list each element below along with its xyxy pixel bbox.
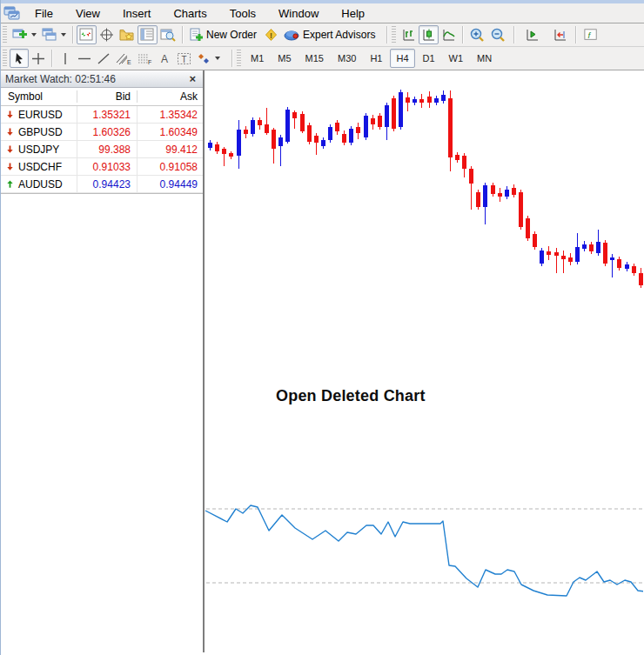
new-chart-button[interactable]: [10, 25, 39, 44]
fibonacci-icon: F: [137, 52, 152, 65]
bid-value: 99.388: [77, 141, 138, 157]
profiles-button[interactable]: [39, 25, 69, 44]
indicators-button[interactable]: f: [581, 25, 600, 44]
tick-chart-toggle[interactable]: [77, 25, 97, 44]
column-header-symbol[interactable]: Symbol: [1, 90, 77, 103]
candle-body: [285, 110, 290, 142]
zoom-out-icon: [490, 28, 506, 43]
timeframe-d1[interactable]: D1: [417, 49, 441, 68]
menu-item-window[interactable]: Window: [267, 4, 330, 23]
symbol-cell: USDJPY: [1, 141, 77, 157]
candle-body: [589, 244, 594, 251]
crosshair-tool[interactable]: [29, 49, 48, 68]
symbol-cell: EURUSD: [1, 106, 77, 123]
toolbar-grip[interactable]: [3, 50, 7, 67]
svg-text:!: !: [270, 31, 272, 40]
market-watch-toggle[interactable]: [138, 25, 158, 44]
data-window-button[interactable]: [158, 25, 178, 44]
bar-chart-button[interactable]: [399, 25, 419, 44]
candle-body: [625, 264, 629, 269]
market-watch-row-eurusd[interactable]: EURUSD1.353211.35342: [1, 106, 203, 124]
vertical-line-tool[interactable]: [56, 49, 75, 68]
zoom-in-button[interactable]: [466, 25, 487, 44]
trend-up-arrow-icon: [5, 179, 15, 189]
horizontal-line-tool[interactable]: [75, 49, 94, 68]
timeframe-mn[interactable]: MN: [471, 49, 498, 68]
candle-body: [632, 266, 636, 273]
candle-body: [547, 251, 551, 255]
candle-body: [540, 251, 544, 264]
symbol-cell: GBPUSD: [1, 124, 77, 140]
bid-value: 0.94423: [77, 176, 138, 192]
candle-body: [364, 116, 368, 137]
close-icon[interactable]: ×: [186, 72, 198, 85]
candle-body: [292, 112, 297, 118]
menu-item-tools[interactable]: Tools: [218, 4, 267, 23]
timeframe-m1[interactable]: M1: [245, 49, 270, 68]
line-chart-button[interactable]: [439, 25, 459, 44]
text-label-tool[interactable]: T: [174, 49, 194, 68]
candle-body: [208, 143, 212, 148]
candle-body: [237, 130, 241, 156]
fibonacci-tool[interactable]: F: [134, 49, 155, 68]
toolbar-grip[interactable]: [237, 50, 241, 67]
candle-body: [469, 169, 473, 184]
price-chart[interactable]: [205, 70, 643, 652]
column-header-bid[interactable]: Bid: [77, 90, 138, 103]
cursor-mode-button[interactable]: [97, 25, 117, 44]
toolbar-grip[interactable]: [392, 26, 396, 43]
favorites-button[interactable]: [117, 25, 138, 44]
arrow-symbols-icon: [197, 52, 211, 65]
toolbar-separator: [231, 50, 232, 67]
market-watch-row-audusd[interactable]: AUDUSD0.944230.94449: [1, 176, 203, 193]
candle-body: [356, 127, 360, 133]
candle-body: [441, 95, 446, 101]
toolbar-grip[interactable]: [3, 26, 7, 43]
chart-area[interactable]: Open Deleted Chart: [205, 70, 644, 652]
candle-body: [371, 118, 375, 124]
candle-body: [300, 114, 305, 131]
timeframe-h4[interactable]: H4: [390, 49, 414, 68]
toolbar-separator: [51, 50, 52, 67]
arrows-tool[interactable]: [194, 49, 223, 68]
ask-value: 0.91058: [138, 158, 203, 175]
column-header-ask[interactable]: Ask: [138, 90, 203, 103]
toolbar-separator: [575, 26, 576, 43]
new-order-icon: [189, 28, 204, 42]
candlestick-chart-button[interactable]: [419, 25, 439, 44]
market-watch-title: Market Watch: 02:51:46: [5, 73, 186, 85]
market-watch-row-usdjpy[interactable]: USDJPY99.38899.412: [1, 141, 203, 158]
cursor-tool[interactable]: [10, 49, 29, 68]
expert-advisors-button[interactable]: Expert Advisors: [281, 25, 379, 44]
market-watch-row-gbpusd[interactable]: GBPUSD1.603261.60349: [1, 124, 203, 141]
new-chart-icon: [12, 28, 28, 42]
bid-value: 0.91033: [77, 158, 138, 175]
menu-item-file[interactable]: File: [23, 4, 64, 23]
timeframe-m30[interactable]: M30: [332, 49, 362, 68]
candle-body: [349, 129, 353, 143]
menu-item-help[interactable]: Help: [330, 4, 376, 23]
zoom-out-button[interactable]: [487, 25, 508, 44]
ask-value: 1.60349: [138, 124, 203, 140]
market-watch-titlebar[interactable]: Market Watch: 02:51:46 ×: [1, 70, 203, 88]
chart-annotation-label: Open Deleted Chart: [276, 387, 426, 405]
candle-body: [342, 134, 346, 143]
menu-bar: FileViewInsertChartsToolsWindowHelp: [1, 3, 644, 23]
timeframe-h1[interactable]: H1: [364, 49, 388, 68]
candle-body: [505, 190, 509, 197]
timeframe-m5[interactable]: M5: [272, 49, 297, 68]
trendline-tool[interactable]: [94, 49, 113, 68]
timeframe-w1[interactable]: W1: [443, 49, 470, 68]
chart-shift-button[interactable]: [549, 25, 570, 44]
text-tool[interactable]: A: [155, 49, 174, 68]
menu-item-view[interactable]: View: [64, 4, 111, 23]
timeframe-m15[interactable]: M15: [299, 49, 330, 68]
new-order-button[interactable]: New Order: [186, 25, 261, 44]
menu-item-charts[interactable]: Charts: [162, 4, 218, 23]
auto-scroll-button[interactable]: [521, 25, 542, 44]
menu-item-insert[interactable]: Insert: [111, 4, 163, 23]
equidistant-channel-icon: E: [116, 52, 131, 65]
equidistant-channel-tool[interactable]: E: [113, 49, 134, 68]
market-watch-row-usdchf[interactable]: USDCHF0.910330.91058: [1, 158, 203, 176]
alerts-button[interactable]: !: [261, 25, 281, 44]
